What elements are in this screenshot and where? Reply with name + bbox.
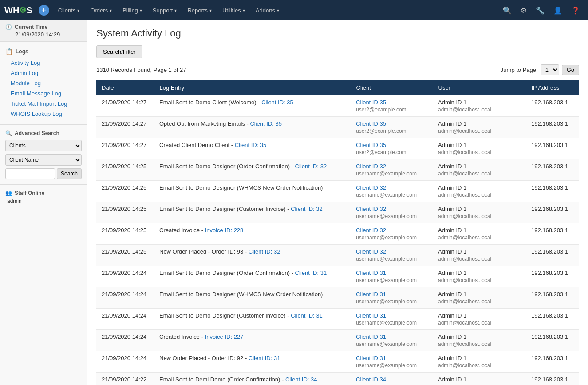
chevron-down-icon: ▾ bbox=[140, 8, 142, 13]
sidebar-item-ticket-mail-log[interactable]: Ticket Mail Import Log bbox=[0, 99, 87, 109]
col-header-date: Date bbox=[96, 80, 154, 95]
cell-date: 21/09/2020 14:25 bbox=[96, 159, 154, 181]
nav-billing[interactable]: Billing ▾ bbox=[118, 4, 146, 16]
search-icon[interactable]: 🔍 bbox=[499, 4, 515, 17]
sidebar-item-module-log[interactable]: Module Log bbox=[0, 78, 87, 88]
user-id: Admin ID 1 bbox=[438, 120, 466, 127]
help-icon[interactable]: ❓ bbox=[568, 4, 584, 17]
client-id-link[interactable]: Client ID 32 bbox=[356, 227, 386, 234]
sidebar-item-whois-log[interactable]: WHOIS Lookup Log bbox=[0, 109, 87, 119]
client-id-link[interactable]: Client ID 31 bbox=[356, 312, 386, 319]
table-row: 21/09/2020 14:24Email Sent to Demo Desig… bbox=[96, 309, 579, 330]
cell-date: 21/09/2020 14:27 bbox=[96, 95, 154, 117]
log-link[interactable]: Client ID: 32 bbox=[249, 248, 280, 255]
client-id-link[interactable]: Client ID 32 bbox=[356, 184, 386, 191]
sidebar-item-email-log[interactable]: Email Message Log bbox=[0, 88, 87, 99]
cell-client: Client ID 31username@example.com bbox=[351, 287, 433, 309]
client-id-link[interactable]: Client ID 31 bbox=[356, 291, 386, 298]
search-input[interactable] bbox=[5, 168, 55, 179]
search-button[interactable]: Search bbox=[57, 168, 82, 179]
go-button[interactable]: Go bbox=[562, 65, 579, 75]
cell-log: Created Client Demo Client - Client ID: … bbox=[154, 138, 351, 159]
log-link[interactable]: Client ID: 35 bbox=[250, 120, 282, 127]
nav-orders[interactable]: Orders ▾ bbox=[86, 4, 116, 16]
log-link[interactable]: Client ID: 35 bbox=[235, 142, 267, 148]
col-header-user: User bbox=[433, 80, 526, 95]
cell-client: Client ID 35user2@example.com bbox=[351, 117, 433, 138]
log-link[interactable]: Invoice ID: 228 bbox=[205, 227, 244, 234]
cell-client: Client ID 32username@example.com bbox=[351, 202, 433, 223]
client-id-link[interactable]: Client ID 32 bbox=[356, 206, 386, 212]
user-id: Admin ID 1 bbox=[438, 227, 466, 234]
chevron-down-icon: ▾ bbox=[209, 8, 212, 13]
client-email: user2@example.com bbox=[356, 107, 427, 113]
log-link[interactable]: Client ID: 32 bbox=[291, 206, 323, 212]
user-id: Admin ID 1 bbox=[438, 99, 466, 106]
nav-utilities[interactable]: Utilities ▾ bbox=[218, 4, 249, 16]
cell-date: 21/09/2020 14:24 bbox=[96, 330, 154, 351]
cell-log: Email Sent to Demo Designer (Order Confi… bbox=[154, 159, 351, 181]
user-id: Admin ID 1 bbox=[438, 163, 466, 170]
nav-support[interactable]: Support ▾ bbox=[148, 4, 182, 16]
user-id: Admin ID 1 bbox=[438, 333, 466, 340]
cell-user: Admin ID 1admin@localhost.local bbox=[433, 351, 526, 373]
page-select[interactable]: 1 2 3 bbox=[541, 64, 559, 75]
advanced-search-header: 🔍 Advanced Search bbox=[5, 130, 82, 136]
client-id-link[interactable]: Client ID 32 bbox=[356, 163, 386, 170]
cell-ip: 192.168.203.1 bbox=[526, 373, 579, 385]
log-link[interactable]: Client ID: 35 bbox=[261, 99, 293, 106]
client-id-link[interactable]: Client ID 31 bbox=[356, 355, 386, 361]
table-row: 21/09/2020 14:25Created Invoice - Invoic… bbox=[96, 223, 579, 245]
client-id-link[interactable]: Client ID 35 bbox=[356, 99, 386, 106]
cell-ip: 192.168.203.1 bbox=[526, 95, 579, 117]
cell-ip: 192.168.203.1 bbox=[526, 245, 579, 266]
nav-clients[interactable]: Clients ▾ bbox=[54, 4, 84, 16]
staff-online-section: 👥 Staff Online admin bbox=[0, 187, 87, 208]
cell-date: 21/09/2020 14:25 bbox=[96, 223, 154, 245]
nav-reports[interactable]: Reports ▾ bbox=[183, 4, 216, 16]
log-link[interactable]: Client ID: 31 bbox=[249, 355, 280, 361]
cell-client: Client ID 34user1@example.com bbox=[351, 373, 433, 385]
sidebar-item-activity-log[interactable]: Activity Log bbox=[0, 58, 87, 68]
cell-log: Created Invoice - Invoice ID: 227 bbox=[154, 330, 351, 351]
user-icon[interactable]: 👤 bbox=[550, 4, 566, 17]
user-email: admin@localhost.local bbox=[438, 362, 521, 369]
search-type-select[interactable]: Clients Orders Invoices Tickets bbox=[5, 140, 82, 151]
log-link[interactable]: Client ID: 31 bbox=[291, 312, 323, 319]
wrench-icon[interactable]: 🔧 bbox=[532, 4, 548, 17]
cell-log: Email Sent to Demi Demo (Order Confirmat… bbox=[154, 373, 351, 385]
log-link[interactable]: Client ID: 34 bbox=[285, 376, 317, 383]
client-id-link[interactable]: Client ID 31 bbox=[356, 333, 386, 340]
client-id-link[interactable]: Client ID 31 bbox=[356, 270, 386, 276]
cell-date: 21/09/2020 14:24 bbox=[96, 287, 154, 309]
gear-icon[interactable]: ⚙ bbox=[517, 4, 530, 17]
log-link[interactable]: Invoice ID: 227 bbox=[205, 333, 244, 340]
log-link[interactable]: Client ID: 31 bbox=[295, 270, 327, 276]
cell-log: Email Sent to Demo Designer (Customer In… bbox=[154, 309, 351, 330]
log-link[interactable]: Client ID: 32 bbox=[295, 163, 327, 170]
cell-ip: 192.168.203.1 bbox=[526, 266, 579, 287]
table-row: 21/09/2020 14:24Email Sent to Demo Desig… bbox=[96, 287, 579, 309]
user-email: admin@localhost.local bbox=[438, 320, 521, 326]
table-row: 21/09/2020 14:24Created Invoice - Invoic… bbox=[96, 330, 579, 351]
sidebar-item-admin-log[interactable]: Admin Log bbox=[0, 68, 87, 78]
search-filter-button[interactable]: Search/Filter bbox=[96, 45, 142, 58]
search-field-select[interactable]: Client Name Email Address Client ID bbox=[5, 154, 82, 166]
table-row: 21/09/2020 14:27Email Sent to Demo Clien… bbox=[96, 95, 579, 117]
cell-user: Admin ID 1admin@localhost.local bbox=[433, 330, 526, 351]
cell-ip: 192.168.203.1 bbox=[526, 223, 579, 245]
cell-ip: 192.168.203.1 bbox=[526, 202, 579, 223]
client-id-link[interactable]: Client ID 34 bbox=[356, 376, 386, 383]
client-id-link[interactable]: Client ID 35 bbox=[356, 142, 386, 148]
chevron-down-icon: ▾ bbox=[110, 8, 112, 13]
nav-addons[interactable]: Addons ▾ bbox=[251, 4, 284, 16]
add-button[interactable]: + bbox=[39, 5, 49, 16]
cell-ip: 192.168.203.1 bbox=[526, 351, 579, 373]
cell-user: Admin ID 1admin@localhost.local bbox=[433, 266, 526, 287]
client-email: username@example.com bbox=[356, 298, 427, 305]
cell-log: Opted Out from Marketing Emails - Client… bbox=[154, 117, 351, 138]
client-id-link[interactable]: Client ID 32 bbox=[356, 248, 386, 255]
client-id-link[interactable]: Client ID 35 bbox=[356, 120, 386, 127]
table-row: 21/09/2020 14:27Opted Out from Marketing… bbox=[96, 117, 579, 138]
cell-client: Client ID 31username@example.com bbox=[351, 330, 433, 351]
